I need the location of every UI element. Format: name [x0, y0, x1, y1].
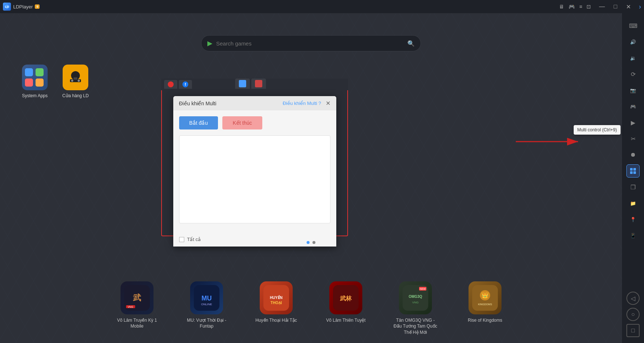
game-label-4: Tân OMG3Q VNG - Đấu Tướng Tam Quốc Thế H… — [392, 317, 439, 336]
maximize-button[interactable]: □ — [611, 3, 619, 10]
game-item-1[interactable]: MU ONLINE MU: Vượt Thời Đại - Funtap — [183, 281, 230, 330]
ld-store-image — [63, 65, 88, 90]
sidebar-scissors[interactable]: ✂ — [626, 132, 640, 145]
ld-logo: LD — [3, 3, 11, 11]
modal-title: Điều khiển Multi — [179, 101, 216, 106]
game-label-1: MU: Vượt Thời Đại - Funtap — [183, 317, 230, 330]
sidebar-folder[interactable]: 📁 — [626, 197, 640, 210]
version-badge: 9 — [35, 4, 40, 9]
modal-content-area — [179, 135, 330, 223]
menu-icon[interactable]: ≡ — [579, 4, 582, 10]
search-input[interactable] — [216, 40, 404, 47]
svg-text:武林: 武林 — [340, 295, 352, 302]
monitor-icon[interactable]: 🖥 — [559, 4, 564, 10]
svg-rect-32 — [630, 171, 633, 174]
svg-text:👑: 👑 — [481, 292, 489, 299]
game-label-0: Võ Lâm Truyền Kỳ 1 Mobile — [113, 317, 161, 330]
end-button[interactable]: Kết thúc — [222, 116, 262, 129]
modal-close-button[interactable]: ✕ — [326, 100, 330, 107]
title-bar-right: 🖥 🎮 ≡ ⊡ — □ ✕ › — [559, 3, 641, 11]
game-item-3[interactable]: 武林 Võ Lâm Thiên Tuyệt — [322, 281, 370, 324]
game-icon-huyen-thoai: HUYỀN THOẠI — [260, 281, 293, 314]
svg-text:NEW: NEW — [420, 288, 426, 290]
game-item-5[interactable]: 👑 KINGDOMS Rise of Kingdoms — [461, 281, 509, 324]
modal-footer: Tất cả — [173, 234, 336, 247]
game-label-5: Rise of Kingdoms — [468, 317, 502, 324]
svg-text:武: 武 — [133, 293, 141, 302]
sidebar-phone[interactable]: 📱 — [626, 229, 640, 242]
game-item-0[interactable]: 武 VNG Võ Lâm Truyền Kỳ 1 Mobile — [113, 281, 161, 330]
sidebar-camera[interactable]: 📷 — [626, 84, 640, 97]
game-icon-omg3q: OMG3Q VNG NEW — [399, 281, 432, 314]
game-label-2: Huyền Thoại Hải Tặc — [255, 317, 297, 324]
sidebar-rotate[interactable]: ⟳ — [626, 67, 640, 81]
svg-text:KINGDOMS: KINGDOMS — [478, 303, 492, 306]
sidebar-multi-control[interactable] — [626, 164, 640, 178]
page-dot-1[interactable] — [307, 241, 310, 244]
modal-body: Bắt đầu Kết thúc — [173, 110, 336, 234]
select-all-checkbox[interactable] — [179, 237, 184, 242]
ld-store-icon-item[interactable]: Cửa hàng LD — [62, 65, 89, 98]
sidebar-video[interactable]: ▶ — [626, 116, 640, 129]
svg-text:THOẠI: THOẠI — [271, 301, 282, 305]
select-all-label: Tất cả — [187, 237, 201, 242]
svg-text:VNG: VNG — [412, 301, 418, 304]
expand-icon[interactable]: ⊡ — [586, 4, 591, 10]
sidebar-location[interactable]: 📍 — [626, 213, 640, 226]
svg-text:LD: LD — [5, 5, 9, 8]
chrome-icon — [168, 81, 174, 87]
modal-header-right: Điều khiển Multi ? ✕ — [283, 100, 330, 107]
desktop-icons: System Apps Cửa hàng LD — [22, 65, 89, 98]
game-icon-vo-lam-tuyet: 武林 — [329, 281, 362, 314]
modal-buttons: Bắt đầu Kết thúc — [179, 116, 330, 129]
tab-game2[interactable] — [251, 79, 266, 89]
ld-store-label: Cửa hàng LD — [62, 93, 89, 98]
sidebar-home[interactable]: ○ — [626, 308, 640, 321]
sidebar-keyboard[interactable]: ⌨ — [626, 19, 640, 32]
bottom-games: 武 VNG Võ Lâm Truyền Kỳ 1 Mobile MU ONLIN… — [0, 281, 622, 336]
svg-text:VNG: VNG — [127, 306, 133, 308]
minimize-button[interactable]: — — [597, 3, 607, 10]
sidebar-record[interactable]: ⏺ — [626, 148, 640, 161]
page-dot-2[interactable] — [312, 241, 315, 244]
sidebar-volume-up[interactable]: 🔊 — [626, 35, 640, 48]
sidebar-square[interactable]: □ — [626, 324, 640, 337]
sidebar-toggle-icon[interactable]: › — [639, 3, 641, 11]
title-bar-icons: 🖥 🎮 ≡ ⊡ — [559, 4, 591, 10]
game-icon-mu: MU ONLINE — [190, 281, 223, 314]
game-label-3: Võ Lâm Thiên Tuyệt — [326, 317, 366, 324]
svg-rect-6 — [74, 77, 77, 80]
svg-point-5 — [78, 80, 80, 82]
game1-icon — [239, 80, 246, 87]
search-bar-container: ▶ 🔍 — [201, 35, 421, 51]
sidebar-back[interactable]: ◁ — [626, 292, 640, 305]
svg-text:ONLINE: ONLINE — [201, 303, 212, 306]
game-icon-vo-lam: 武 VNG — [121, 281, 153, 314]
sidebar-copy[interactable]: ❐ — [626, 180, 640, 194]
chrome-tab[interactable] — [164, 80, 177, 89]
sidebar-volume-down[interactable]: 🔉 — [626, 51, 640, 65]
facebook-icon: f — [182, 81, 188, 87]
svg-rect-33 — [633, 171, 636, 174]
system-apps-label: System Apps — [22, 93, 48, 98]
system-apps-image — [22, 65, 48, 90]
close-button[interactable]: ✕ — [624, 3, 633, 10]
facebook-tab[interactable]: f — [179, 80, 192, 89]
modal-help-link[interactable]: Điều khiển Multi ? — [283, 101, 321, 106]
sidebar-virtual-key[interactable]: 🎮 — [626, 100, 640, 113]
game-item-4[interactable]: OMG3Q VNG NEW Tân OMG3Q VNG - Đấu Tướng … — [392, 281, 439, 336]
search-icon: 🔍 — [407, 40, 415, 47]
svg-rect-30 — [630, 168, 633, 171]
multi-control-modal: Điều khiển Multi Điều khiển Multi ? ✕ Bắ… — [173, 96, 336, 247]
gamepad-titlebar-icon[interactable]: 🎮 — [569, 4, 575, 10]
game-item-2[interactable]: HUYỀN THOẠI Huyền Thoại Hải Tặc — [252, 281, 300, 324]
modal-overlay: Điều khiển Multi Điều khiển Multi ? ✕ Bắ… — [162, 90, 347, 236]
search-bar[interactable]: ▶ 🔍 — [201, 35, 421, 51]
system-apps-icon-item[interactable]: System Apps — [22, 65, 48, 98]
svg-rect-31 — [633, 168, 636, 171]
start-button[interactable]: Bắt đầu — [179, 116, 218, 129]
svg-text:OMG3Q: OMG3Q — [408, 295, 422, 299]
tab-game1[interactable] — [235, 79, 250, 89]
red-arrow — [512, 134, 585, 150]
title-bar: LD LDPlayer 9 🖥 🎮 ≡ ⊡ — □ ✕ › — [0, 0, 644, 13]
